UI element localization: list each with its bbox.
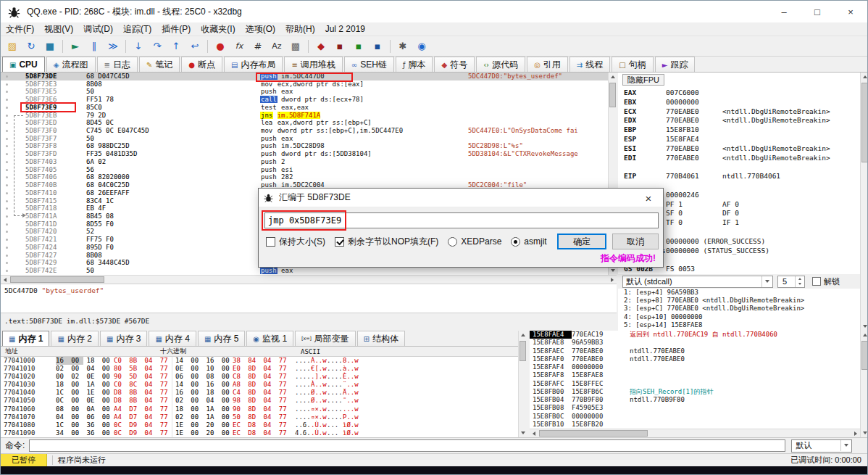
- favorites-icon[interactable]: ◆: [312, 38, 330, 54]
- fx-icon[interactable]: fx: [230, 38, 248, 54]
- dump-row[interactable]: 7704103018 00 1A 00C0 8C 04 7714 00 16 0…: [1, 381, 518, 389]
- dump-row[interactable]: 770410401C 00 1E 00D8 8B 04 7716 00 18 0…: [1, 389, 518, 397]
- tab-seh[interactable]: ∞SEH链: [344, 57, 394, 72]
- step-out-icon[interactable]: ↑: [167, 38, 185, 54]
- disasm-row[interactable]: 5D8F742E50push eax: [1, 267, 608, 275]
- tab-watch-1[interactable]: ◉监视 1: [246, 331, 293, 346]
- register-row[interactable]: EDX770EABE0<ntdll.DbgUiRemoteBreakin>: [618, 116, 860, 125]
- scroll-up-icon[interactable]: [861, 73, 868, 81]
- stack-row[interactable]: 15E8FB1015E8FB20: [530, 421, 860, 429]
- menu-help[interactable]: 帮助(H): [280, 22, 320, 37]
- hide-fpu-button[interactable]: 隐藏FPU: [622, 74, 664, 86]
- stack-row[interactable]: 15E8FAF0770EABE0ntdll.770EABE0: [530, 355, 860, 363]
- stack-row[interactable]: 15E8FAEC770EABE0ntdll.770EABE0: [530, 347, 860, 355]
- az-icon[interactable]: Az: [268, 38, 285, 54]
- spinner-arrows-icon[interactable]: [795, 276, 804, 287]
- ok-button[interactable]: 确定: [557, 234, 606, 249]
- disasm-row[interactable]: 5D8F740556push esi: [1, 166, 608, 174]
- arg-count-spinner[interactable]: 5: [777, 276, 805, 288]
- stack-hscrollbar[interactable]: [530, 429, 860, 437]
- tab-symbols[interactable]: ◆符号: [434, 57, 475, 72]
- dump-row[interactable]: 7704109034 00 36 000C D9 04 771E 00 20 0…: [1, 429, 518, 437]
- disasm-row[interactable]: 5D8F740668 82020000push 282: [1, 173, 608, 181]
- register-row[interactable]: EDI770EABE0<ntdll.DbgUiRemoteBreakin>: [618, 154, 860, 163]
- tab-trace[interactable]: ►跟踪: [655, 57, 696, 72]
- menu-trace[interactable]: 追踪(T): [118, 22, 157, 37]
- scroll-up-icon[interactable]: [861, 331, 868, 339]
- stack-row[interactable]: 15E8FAE4770EAC19返回到 ntdll.770EAC19 自 ntd…: [530, 331, 860, 339]
- tab-references[interactable]: ◎引用: [527, 57, 568, 72]
- register-row[interactable]: EIP770B4061ntdll.770B4061: [618, 172, 860, 181]
- command-profile-dropdown[interactable]: 默认: [791, 439, 852, 453]
- disasm-row[interactable]: 5D8F73F868 988DC25Dpush im.5DC28D985DC28…: [1, 142, 608, 150]
- register-row[interactable]: [618, 162, 860, 172]
- scroll-thumb[interactable]: [519, 341, 526, 361]
- register-row[interactable]: EBX00000000: [618, 98, 860, 107]
- nop-fill-checkbox[interactable]: [335, 237, 344, 247]
- tab-dump-4[interactable]: ▦内存 4: [149, 331, 196, 346]
- tab-dump-1[interactable]: ▦内存 1: [2, 331, 49, 346]
- tab-breakpoints[interactable]: ●断点: [181, 57, 222, 72]
- module-blue-icon[interactable]: ▪: [369, 38, 386, 54]
- restart-icon[interactable]: ↻: [22, 38, 40, 54]
- dump-vscrollbar[interactable]: [518, 331, 527, 437]
- tab-handles[interactable]: □句柄: [612, 57, 653, 72]
- cancel-button[interactable]: 取消: [612, 234, 659, 249]
- run-to-return-icon[interactable]: ↩: [186, 38, 204, 54]
- tab-memory-map[interactable]: ▤内存布局: [224, 57, 283, 72]
- stack-row[interactable]: 15E8FAFC15E8FFEC: [530, 380, 860, 388]
- command-input[interactable]: [29, 439, 785, 452]
- disasm-row[interactable]: 5D8F73F0C745 0C E047C45Dmov dword ptr ss…: [1, 127, 608, 135]
- tab-log[interactable]: ≣日志: [97, 57, 138, 72]
- pause-icon[interactable]: ‖: [85, 38, 103, 54]
- tab-struct[interactable]: ⊞结构体: [357, 331, 405, 346]
- tab-script[interactable]: ƒ脚本: [396, 57, 433, 72]
- disasm-hscrollbar[interactable]: [1, 275, 617, 284]
- menu-options[interactable]: 选项(O): [241, 22, 280, 37]
- open-folder-icon[interactable]: ▨: [4, 38, 21, 54]
- menu-debug[interactable]: 调试(D): [78, 22, 118, 37]
- register-row[interactable]: ESI770EABE0<ntdll.DbgUiRemoteBreakin>: [618, 144, 860, 154]
- asmjit-radio[interactable]: [511, 237, 520, 247]
- help-chat-icon[interactable]: ◉: [413, 38, 430, 54]
- scroll-thumb[interactable]: [861, 83, 868, 162]
- tab-graph[interactable]: ◈流程图: [46, 57, 96, 72]
- disasm-row[interactable]: 5D8F73ED8D45 0Clea eax,dword ptr ss:[ebp…: [1, 119, 608, 127]
- dump-row[interactable]: 7704107004 00 06 00A4 D7 04 7702 00 1A 0…: [1, 413, 518, 421]
- close-button[interactable]: ×: [834, 1, 867, 22]
- stack-row[interactable]: 15E8FAF400000000: [530, 363, 860, 371]
- scroll-thumb[interactable]: [10, 276, 104, 283]
- stack-row[interactable]: 15E8FB04770B9F80ntdll.770B9F80: [530, 396, 860, 404]
- dialog-titlebar[interactable]: 汇编于 5D8F73DE ×: [259, 189, 663, 207]
- tab-locals[interactable]: [x=]局部变量: [295, 331, 355, 346]
- module-red-icon[interactable]: ▪: [331, 38, 349, 54]
- scroll-down-icon[interactable]: [861, 429, 868, 437]
- scroll-down-icon[interactable]: [861, 322, 868, 331]
- stack-row[interactable]: 15E8FAF815E8FAE8: [530, 371, 860, 379]
- register-row[interactable]: ESP15E8FAE4: [618, 135, 860, 144]
- calling-convention-dropdown[interactable]: 默认 (stdcall): [622, 276, 773, 288]
- registers-vscrollbar[interactable]: [860, 73, 868, 331]
- tab-dump-3[interactable]: ▦内存 3: [100, 331, 147, 346]
- patch-icon[interactable]: ▩: [287, 38, 304, 54]
- scroll-thumb[interactable]: [861, 341, 868, 370]
- call-arguments-panel[interactable]: 1: [esp+4] 96A59BB32: [esp+8] 770EABE0 <…: [618, 289, 860, 331]
- dump-row[interactable]: 770410801C 00 36 000C D9 04 771E 00 20 0…: [1, 421, 518, 429]
- unlock-checkbox[interactable]: [812, 277, 821, 286]
- tab-notes[interactable]: ✎笔记: [139, 57, 180, 72]
- menu-view[interactable]: 视图(V): [39, 22, 78, 37]
- tab-dump-5[interactable]: ▦内存 5: [198, 331, 245, 346]
- stack-row[interactable]: 15E8FB08F45905E3: [530, 404, 860, 412]
- dump-row[interactable]: 7704102000 02 0E 0090 5D 04 7706 00 08 0…: [1, 373, 518, 381]
- stack-panel[interactable]: 15E8FAE4770EAC19返回到 ntdll.770EAC19 自 ntd…: [530, 331, 860, 429]
- disasm-row[interactable]: 5D8F73DE68 D047C45Dpush im.5DC447D05DC44…: [1, 73, 608, 80]
- memory-dump-panel[interactable]: 7704100016 00 18 00C0 8B 04 7714 00 16 0…: [1, 357, 518, 437]
- breakpoint-icon[interactable]: ●: [212, 38, 229, 54]
- tab-threads[interactable]: ⇉线程: [569, 57, 610, 72]
- disasm-row[interactable]: 5D8F73E550push eax: [1, 88, 608, 96]
- disasm-row[interactable]: 5D8F73F750push eax: [1, 135, 608, 143]
- stop-icon[interactable]: ■: [41, 38, 59, 54]
- dump-row[interactable]: 7704100016 00 18 00C0 8B 04 7714 00 16 0…: [1, 357, 518, 365]
- hash-icon[interactable]: #: [249, 38, 267, 54]
- step-over-icon[interactable]: ↷: [149, 38, 166, 54]
